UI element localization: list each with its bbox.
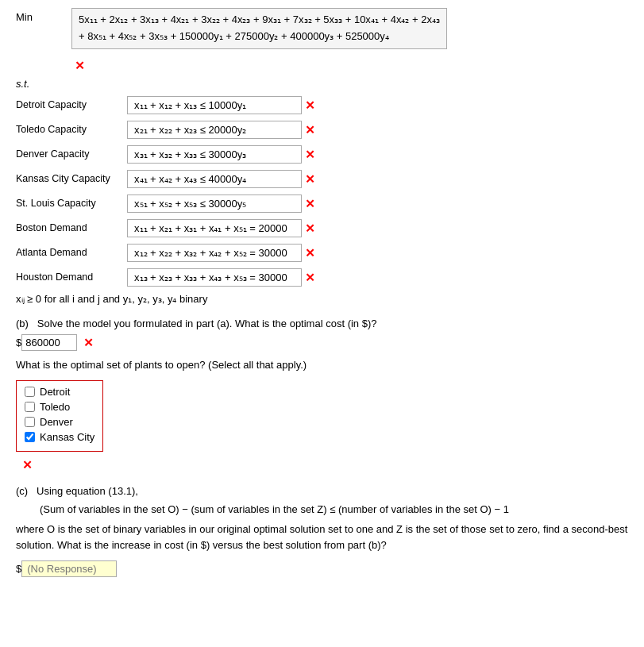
plant-label: Detroit xyxy=(40,386,70,398)
part-b-label: (b) Solve the model you formulated in pa… xyxy=(16,318,628,329)
constraint-error-icon: ✕ xyxy=(305,246,315,260)
plant-checkbox[interactable] xyxy=(25,432,35,442)
plant-checkbox[interactable] xyxy=(25,387,35,397)
plants-error-icon: ✕ xyxy=(22,458,33,472)
constraint-error-icon: ✕ xyxy=(305,197,315,211)
optimal-cost-input[interactable]: 860000 xyxy=(21,334,77,351)
constraint-label: Denver Capacity xyxy=(16,148,127,160)
constraint-formula: x₄₁ + x₄₂ + x₄₃ ≤ 40000y₄ xyxy=(127,170,302,188)
dollar-sign-b: $ xyxy=(16,337,21,349)
constraint-label: Toledo Capacity xyxy=(16,123,127,136)
constraint-row: Boston Demandx₁₁ + x₂₁ + x₃₁ + x₄₁ + x₅₁… xyxy=(16,219,628,237)
formula-line1: 5x₁₁ + 2x₁₂ + 3x₁₃ + 4x₂₁ + 3x₂₂ + 4x₂₃ … xyxy=(79,13,440,25)
part-c-intro: Using equation (13.1), xyxy=(37,485,138,497)
min-label: Min xyxy=(16,8,71,23)
part-c: (c) Using equation (13.1), (Sum of varia… xyxy=(16,485,628,578)
constraint-error-icon: ✕ xyxy=(305,98,315,113)
constraint-formula: x₁₁ + x₂₁ + x₃₁ + x₄₁ + x₅₁ = 20000 xyxy=(127,219,302,237)
constraint-label: Detroit Capacity xyxy=(16,98,127,111)
constraint-row: Kansas City Capacityx₄₁ + x₄₂ + x₄₃ ≤ 40… xyxy=(16,170,628,188)
dollar-sign-c: $ xyxy=(16,563,21,575)
plant-checkbox[interactable] xyxy=(25,417,35,427)
constraint-label: Kansas City Capacity xyxy=(16,172,127,185)
constraint-row: Atlanta Demandx₁₂ + x₂₂ + x₃₂ + x₄₂ + x₅… xyxy=(16,244,628,262)
plant-label: Toledo xyxy=(40,401,70,413)
constraint-error-icon: ✕ xyxy=(305,148,315,162)
cost-error-icon: ✕ xyxy=(83,336,94,350)
st-label: s.t. xyxy=(16,78,628,90)
plant-checkbox-item: Toledo xyxy=(25,401,94,413)
cut-equation: (Sum of variables in the set O) − (sum o… xyxy=(40,503,628,515)
constraint-label: Houston Demand xyxy=(16,271,127,283)
part-b-question1: Solve the model you formulated in part (… xyxy=(37,318,377,329)
plant-label: Denver xyxy=(40,416,73,428)
constraints-container: Detroit Capacityx₁₁ + x₁₂ + x₁₃ ≤ 10000y… xyxy=(16,96,628,287)
plant-checkbox-item: Kansas City xyxy=(25,431,94,443)
constraint-row: Denver Capacityx₃₁ + x₃₂ + x₃₃ ≤ 30000y₃… xyxy=(16,145,628,164)
constraint-formula: x₁₁ + x₁₂ + x₁₃ ≤ 10000y₁ xyxy=(127,96,302,114)
constraint-error-icon: ✕ xyxy=(305,271,315,285)
objective-function: 5x₁₁ + 2x₁₂ + 3x₁₃ + 4x₂₁ + 3x₂₂ + 4x₂₃ … xyxy=(71,8,447,49)
formula-line2: + 8x₅₁ + 4x₅₂ + 3x₅₃ + 150000y₁ + 275000… xyxy=(79,30,389,42)
constraint-formula: x₁₃ + x₂₃ + x₃₃ + x₄₃ + x₅₃ = 30000 xyxy=(127,268,302,287)
plants-checkbox-group: DetroitToledoDenverKansas City xyxy=(16,380,103,452)
second-best-cost-input[interactable] xyxy=(21,560,117,577)
nonnegativity: xᵢⱼ ≥ 0 for all i and j and y₁, y₂, y₃, … xyxy=(16,293,628,305)
constraint-formula: x₁₂ + x₂₂ + x₃₂ + x₄₂ + x₅₂ = 30000 xyxy=(127,244,302,262)
constraint-formula: x₃₁ + x₃₂ + x₃₃ ≤ 30000y₃ xyxy=(127,145,302,164)
constraint-error-icon: ✕ xyxy=(305,172,315,187)
constraint-row: Houston Demandx₁₃ + x₂₃ + x₃₃ + x₄₃ + x₅… xyxy=(16,268,628,287)
constraint-row: St. Louis Capacityx₅₁ + x₅₂ + x₅₃ ≤ 3000… xyxy=(16,194,628,213)
plant-checkbox[interactable] xyxy=(25,402,35,412)
constraint-formula: x₂₁ + x₂₂ + x₂₃ ≤ 20000y₂ xyxy=(127,121,302,139)
plant-label: Kansas City xyxy=(40,431,94,443)
part-c-description: where O is the set of binary variables i… xyxy=(16,522,628,555)
part-b: (b) Solve the model you formulated in pa… xyxy=(16,318,628,472)
constraint-label: St. Louis Capacity xyxy=(16,197,127,210)
constraint-label: Boston Demand xyxy=(16,221,127,234)
constraint-row: Detroit Capacityx₁₁ + x₁₂ + x₁₃ ≤ 10000y… xyxy=(16,96,628,114)
constraint-formula: x₅₁ + x₅₂ + x₅₃ ≤ 30000y₅ xyxy=(127,194,302,213)
constraint-error-icon: ✕ xyxy=(305,123,315,137)
plant-checkbox-item: Detroit xyxy=(25,386,94,398)
min-error-icon: ✕ xyxy=(75,59,85,72)
part-c-header: (c) Using equation (13.1), xyxy=(16,485,628,497)
constraint-error-icon: ✕ xyxy=(305,221,315,236)
constraint-row: Toledo Capacityx₂₁ + x₂₂ + x₂₃ ≤ 20000y₂… xyxy=(16,121,628,139)
part-b-question2: What is the optimal set of plants to ope… xyxy=(16,359,628,371)
plant-checkbox-item: Denver xyxy=(25,416,94,428)
constraint-label: Atlanta Demand xyxy=(16,246,127,259)
